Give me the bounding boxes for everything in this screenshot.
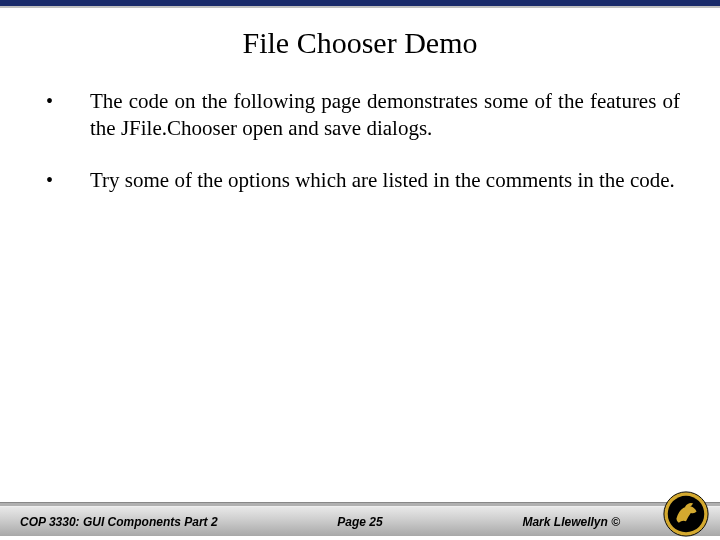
slide-title: File Chooser Demo [0, 8, 720, 88]
bullet-text: The code on the following page demonstra… [90, 88, 680, 143]
footer-author: Mark Llewellyn © [522, 515, 620, 529]
bullet-marker: • [40, 167, 90, 194]
bullet-item: • The code on the following page demonst… [40, 88, 680, 143]
footer: COP 3330: GUI Components Part 2 Page 25 … [0, 502, 720, 540]
content-area: • The code on the following page demonst… [0, 88, 720, 194]
bullet-text: Try some of the options which are listed… [90, 167, 680, 194]
footer-page: Page 25 [337, 515, 382, 529]
footer-bar: COP 3330: GUI Components Part 2 Page 25 … [0, 506, 720, 536]
ucf-pegasus-logo-icon [662, 490, 710, 538]
bullet-item: • Try some of the options which are list… [40, 167, 680, 194]
footer-course: COP 3330: GUI Components Part 2 [20, 515, 218, 529]
bullet-marker: • [40, 88, 90, 143]
